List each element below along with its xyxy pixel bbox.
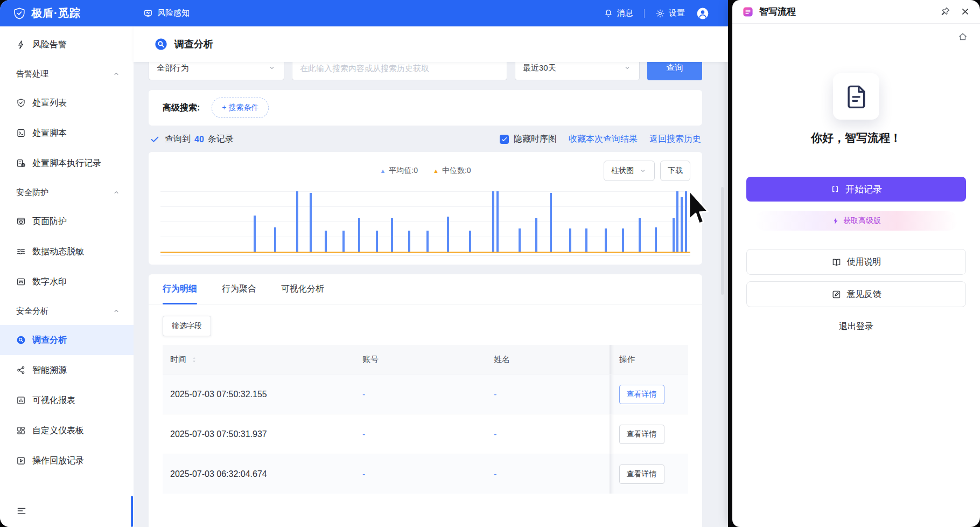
tab[interactable]: 行为聚合: [222, 274, 256, 304]
get-premium-link[interactable]: 获取高级版: [755, 211, 957, 231]
chev-down-icon: [268, 64, 276, 72]
feedback-icon: [831, 289, 842, 300]
app-logo-text: 极盾·觅踪: [31, 6, 81, 20]
messages-label: 消息: [617, 8, 633, 18]
chart-bar: [622, 228, 624, 252]
sidebar-item-active[interactable]: 调查分析: [0, 325, 134, 355]
sidebar-group-header[interactable]: 安全防护: [0, 178, 134, 206]
legend-marker-icon: ▲: [380, 168, 386, 174]
logout-link[interactable]: 退出登录: [839, 321, 873, 332]
sidebar-item[interactable]: 可视化报表: [0, 385, 134, 415]
dashboard-icon: [16, 426, 26, 435]
gridline: [160, 191, 690, 192]
main-scrollbar[interactable]: [721, 187, 724, 295]
cell-name: -: [494, 390, 610, 399]
sidebar-scrollbar[interactable]: [131, 496, 133, 527]
settings-button[interactable]: 设置: [655, 8, 685, 18]
chart-bar: [391, 218, 393, 252]
sidebar-collapse-button[interactable]: [0, 500, 134, 527]
sidebar-item[interactable]: 智能溯源: [0, 355, 134, 385]
hide-timeseries-checkbox[interactable]: 隐藏时序图: [500, 134, 557, 145]
sidebar-item[interactable]: 操作回放记录: [0, 446, 134, 476]
screen: 极盾·觅踪 风险感知 消息 设置 风险告警告警处理: [0, 0, 980, 527]
nav-tab-risk-perception[interactable]: 风险感知: [134, 0, 199, 26]
messages-button[interactable]: 消息: [604, 8, 633, 18]
chart-legend: ▲平均值:0▲中位数:0: [380, 166, 471, 176]
sidebar-group-header[interactable]: 告警处理: [0, 60, 134, 88]
column-header[interactable]: 时间: [163, 355, 362, 365]
gridline: [160, 206, 690, 207]
chart-bar: [296, 191, 298, 252]
chart-bar: [447, 217, 449, 252]
checkbox-checked-icon: [500, 135, 509, 144]
sidebar-item-label: 可视化报表: [32, 395, 75, 406]
user-avatar[interactable]: [696, 6, 710, 20]
column-header: 账号: [362, 355, 494, 365]
tab[interactable]: 可视化分析: [281, 274, 324, 304]
query-button[interactable]: 查询: [647, 62, 702, 80]
search-input[interactable]: [292, 62, 507, 80]
chart-bar: [655, 227, 657, 252]
cell-time: 2025-07-03 07:50:31.937: [163, 429, 362, 439]
sidebar-group-label: 告警处理: [16, 69, 48, 79]
trace-icon: [16, 365, 26, 375]
zap-icon: [831, 217, 840, 225]
sidebar-item[interactable]: 处置列表: [0, 88, 134, 118]
sidebar-item[interactable]: 风险告警: [0, 30, 134, 60]
cell-time: 2025-07-03 07:50:32.155: [163, 390, 362, 399]
settings-label: 设置: [669, 8, 685, 18]
date-range-select[interactable]: 最近30天: [515, 62, 640, 80]
watermark-icon: [16, 277, 26, 287]
edit-icon: [831, 289, 842, 300]
close-button[interactable]: [960, 6, 970, 17]
view-detail-button[interactable]: 查看详情: [619, 425, 664, 444]
assistant-body: 你好，智写流程！ 开始记录 获取高级版 使用说明 意见反馈 退出登录: [732, 42, 980, 332]
tab-bar: 行为明细行为聚合可视化分析: [149, 274, 702, 304]
cell-time: 2025-07-03 06:32:04.674: [163, 469, 362, 479]
sidebar-item[interactable]: 数字水印: [0, 267, 134, 297]
main-content: 调查分析 全部行为 最近30天 查询: [134, 26, 728, 527]
sidebar-item[interactable]: 页面防护: [0, 206, 134, 237]
chart-bar: [496, 191, 499, 252]
behavior-select[interactable]: 全部行为: [149, 62, 284, 80]
sidebar-item-label: 操作回放记录: [32, 455, 84, 467]
app-logo: 极盾·觅踪: [0, 6, 134, 20]
tab-active[interactable]: 行为明细: [163, 274, 197, 304]
sidebar-item[interactable]: 自定义仪表板: [0, 415, 134, 446]
column-header: 操作: [610, 345, 688, 374]
bolt-icon: [16, 40, 26, 50]
chart-bar: [310, 193, 312, 252]
sidebar-menu: 风险告警告警处理处置列表处置脚本处置脚本执行记录安全防护页面防护数据动态脱敏数字…: [0, 30, 134, 476]
sidebar-group-header[interactable]: 安全分析: [0, 297, 134, 325]
median-baseline: [160, 252, 690, 253]
sidebar-item[interactable]: 处置脚本: [0, 118, 134, 148]
start-recording-button[interactable]: 开始记录: [746, 177, 966, 202]
caret-sort-icon: [190, 356, 198, 364]
sidebar: 风险告警告警处理处置列表处置脚本处置脚本执行记录安全防护页面防护数据动态脱敏数字…: [0, 26, 134, 527]
page-title: 调查分析: [174, 38, 213, 51]
sidebar-item[interactable]: 数据动态脱敏: [0, 237, 134, 267]
download-button[interactable]: 下载: [660, 161, 690, 181]
home-button[interactable]: [957, 31, 968, 42]
usage-guide-button[interactable]: 使用说明: [746, 249, 966, 275]
chart-bar: [426, 231, 429, 252]
view-detail-button[interactable]: 查看详情: [619, 464, 664, 484]
result-actions: 隐藏时序图 收藏本次查询结果 返回搜索历史: [500, 134, 701, 145]
chart-bar: [639, 218, 641, 252]
cell-action: 查看详情: [610, 414, 688, 454]
chart-type-select[interactable]: 柱状图: [604, 161, 655, 181]
replay-icon: [16, 456, 26, 466]
filter-fields-button[interactable]: 筛选字段: [163, 316, 211, 336]
sidebar-item[interactable]: 处置脚本执行记录: [0, 148, 134, 178]
search-history-link[interactable]: 返回搜索历史: [649, 134, 701, 145]
document-illustration: [833, 73, 879, 120]
pin-button[interactable]: [940, 6, 950, 17]
feedback-button[interactable]: 意见反馈: [746, 281, 966, 307]
add-search-condition-button[interactable]: + 搜索条件: [212, 98, 269, 118]
favorite-results-link[interactable]: 收藏本次查询结果: [569, 134, 638, 145]
view-detail-button[interactable]: 查看详情: [619, 385, 664, 404]
chev-down-icon: [623, 64, 632, 72]
sidebar-item-label: 数字水印: [32, 276, 67, 288]
book-icon: [831, 257, 842, 267]
app-body: 风险告警告警处理处置列表处置脚本处置脚本执行记录安全防护页面防护数据动态脱敏数字…: [0, 26, 728, 527]
